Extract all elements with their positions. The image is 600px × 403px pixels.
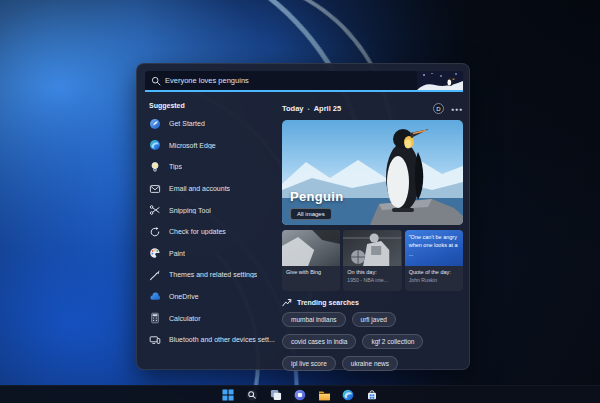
date-label: April 25 (314, 104, 342, 113)
suggested-item-get-started[interactable]: Get Started (149, 113, 282, 135)
widgets-button[interactable] (293, 388, 307, 402)
suggested-item-label: Calculator (169, 315, 201, 322)
card-give-with-bing[interactable]: Give with Bing (282, 230, 340, 291)
suggested-heading: Suggested (149, 102, 282, 109)
quote-text: "One can't be angry when one looks at a … (405, 230, 463, 266)
card-subcaption: 1950 - NBA inte... (347, 277, 397, 284)
tips-icon (149, 161, 161, 173)
search-flyout: Suggested Get Started Microsoft Edge (136, 63, 470, 370)
card-caption: Quote of the day: (409, 269, 459, 277)
trending-chip[interactable]: urfi javed (352, 312, 396, 327)
today-label: Today (282, 104, 304, 113)
search-flyout-content: Suggested Get Started Microsoft Edge (137, 98, 469, 369)
suggested-item-label: Microsoft Edge (169, 142, 216, 149)
trending-chip[interactable]: covid cases in india (282, 334, 356, 349)
store-button[interactable] (365, 388, 379, 402)
profile-button[interactable]: D (433, 103, 444, 114)
daily-image-card[interactable]: Penguin All images (282, 120, 463, 225)
suggested-item-label: Email and accounts (169, 185, 230, 192)
widgets-icon (294, 389, 306, 401)
date-heading: Today • April 25 (282, 104, 341, 113)
trending-chip[interactable]: mumbai indians (282, 312, 346, 327)
suggested-item-label: Bluetooth and other devices sett... (169, 336, 275, 343)
give-with-bing-image (282, 230, 340, 266)
suggested-item-onedrive[interactable]: OneDrive (149, 286, 282, 308)
suggested-list: Suggested Get Started Microsoft Edge (137, 98, 282, 369)
suggested-item-tips[interactable]: Tips (149, 156, 282, 178)
taskbar (0, 385, 600, 403)
suggested-item-label: Check for updates (169, 228, 226, 235)
windows-logo-icon (222, 389, 234, 401)
trending-chip[interactable]: ipl live score (282, 356, 336, 371)
bluetooth-devices-icon (149, 334, 161, 346)
daily-image-title: Penguin (290, 189, 343, 204)
onedrive-icon (149, 291, 161, 303)
microsoft-store-icon (366, 389, 378, 401)
suggested-item-microsoft-edge[interactable]: Microsoft Edge (149, 135, 282, 157)
task-view-icon (270, 389, 282, 401)
daily-header: Today • April 25 D ●●● (282, 102, 463, 115)
penguin-doodle-illustration (417, 71, 463, 90)
snipping-tool-icon (149, 204, 161, 216)
all-images-button[interactable]: All images (290, 208, 332, 220)
task-view-button[interactable] (269, 388, 283, 402)
daily-panel: Today • April 25 D ●●● (282, 98, 471, 369)
more-options-button[interactable]: ●●● (451, 106, 463, 112)
suggested-item-email-and-accounts[interactable]: Email and accounts (149, 178, 282, 200)
search-input[interactable] (161, 76, 417, 85)
card-caption: Give with Bing (286, 269, 336, 277)
search-bar[interactable] (145, 71, 463, 92)
on-this-day-image (343, 230, 401, 266)
edge-icon (342, 389, 354, 401)
file-explorer-button[interactable] (317, 388, 331, 402)
search-button[interactable] (245, 388, 259, 402)
suggested-item-label: Get Started (169, 120, 205, 127)
suggested-item-calculator[interactable]: Calculator (149, 307, 282, 329)
desktop: Suggested Get Started Microsoft Edge (0, 0, 600, 403)
card-quote-of-the-day[interactable]: "One can't be angry when one looks at a … (405, 230, 463, 291)
suggested-item-bluetooth-devices[interactable]: Bluetooth and other devices sett... (149, 329, 282, 351)
microsoft-edge-icon (149, 139, 161, 151)
check-for-updates-icon (149, 226, 161, 238)
suggested-item-check-for-updates[interactable]: Check for updates (149, 221, 282, 243)
suggested-item-label: Snipping Tool (169, 207, 211, 214)
trending-icon (282, 298, 292, 307)
daily-cards-row: Give with Bing (282, 230, 463, 291)
paint-icon (149, 247, 161, 259)
trending-chips: mumbai indians urfi javed covid cases in… (282, 312, 463, 371)
suggested-item-label: Tips (169, 163, 182, 170)
date-separator: • (308, 106, 310, 112)
file-explorer-icon (318, 389, 331, 401)
trending-chip[interactable]: kgf 2 collection (362, 334, 423, 349)
calculator-icon (149, 312, 161, 324)
themes-icon (149, 269, 161, 281)
search-icon (151, 76, 161, 86)
start-button[interactable] (221, 388, 235, 402)
suggested-item-label: OneDrive (169, 293, 199, 300)
trending-chip[interactable]: ukraine news (342, 356, 398, 371)
card-caption: On this day: (347, 269, 397, 277)
suggested-item-snipping-tool[interactable]: Snipping Tool (149, 199, 282, 221)
get-started-icon (149, 118, 161, 130)
edge-button[interactable] (341, 388, 355, 402)
trending-heading: Trending searches (297, 299, 359, 306)
taskbar-search-icon (246, 389, 258, 401)
suggested-item-themes[interactable]: Themes and related settings (149, 264, 282, 286)
trending-header: Trending searches (282, 298, 463, 307)
suggested-item-paint[interactable]: Paint (149, 243, 282, 265)
email-icon (149, 183, 161, 195)
suggested-item-label: Themes and related settings (169, 271, 257, 278)
card-subcaption: John Ruskin (409, 277, 459, 284)
suggested-item-label: Paint (169, 250, 185, 257)
card-on-this-day[interactable]: On this day: 1950 - NBA inte... (343, 230, 401, 291)
